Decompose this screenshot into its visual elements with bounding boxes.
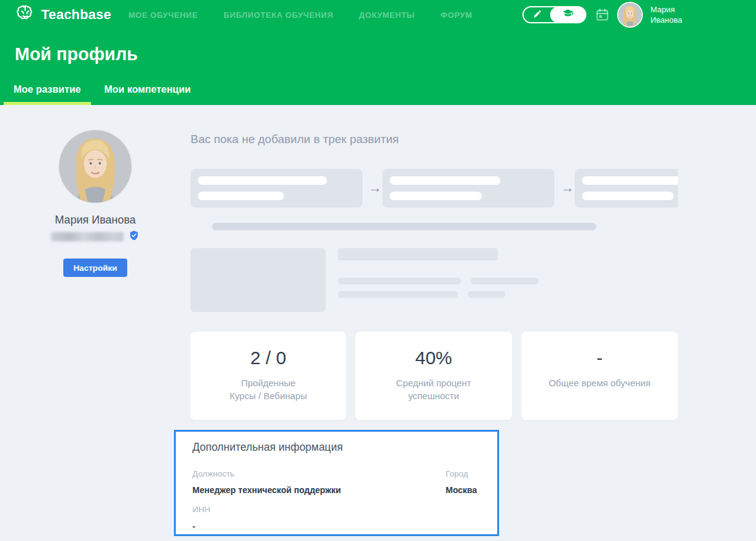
skeleton-bar (338, 291, 458, 298)
verified-shield-icon (128, 230, 140, 244)
stat-value: - (597, 348, 603, 368)
skeleton-bar (582, 192, 674, 200)
arrow-right-icon: → (561, 179, 574, 197)
brand-logo[interactable]: Teachbase (15, 3, 111, 26)
skeleton-bar (468, 291, 505, 298)
profile-name: Мария Иванова (55, 214, 136, 227)
field-label-position: Должность (192, 469, 234, 478)
user-first-name: Мария (650, 4, 682, 15)
additional-info-section: Дополнительная информация Должность Мене… (174, 430, 499, 536)
field-value-position: Менеджер технической поддержки (192, 485, 341, 495)
nav-forum[interactable]: ФОРУМ (441, 10, 473, 20)
profile-photo (59, 130, 132, 203)
track-skeleton-row: → → (191, 169, 678, 208)
profile-email-row (51, 232, 140, 241)
settings-button[interactable]: Настройки (63, 259, 127, 277)
calendar-icon[interactable] (595, 7, 610, 22)
header: Teachbase МОЕ ОБУЧЕНИЕ БИБЛИОТЕКА ОБУЧЕН… (0, 0, 756, 105)
stat-label: Пройденные Курсы / Вебинары (229, 376, 307, 402)
skeleton-bar (582, 176, 678, 185)
skeleton-card (191, 169, 363, 208)
profile-sidebar: Мария Иванова Настройки (0, 105, 191, 277)
stat-card-courses: 2 / 0 Пройденные Курсы / Вебинары (191, 332, 346, 420)
tab-my-development[interactable]: Мое развитие (4, 84, 91, 105)
stat-value: 2 / 0 (250, 348, 286, 368)
skeleton-bar (338, 278, 461, 284)
skeleton-bar (471, 278, 538, 284)
user-name[interactable]: Мария Иванова (650, 4, 682, 25)
field-label-inn: ИНН (192, 505, 210, 514)
pencil-icon (533, 9, 542, 21)
avatar[interactable] (618, 3, 642, 26)
stat-card-total-time: - Общее время обучения (521, 332, 678, 420)
email-blurred-text (51, 232, 124, 241)
user-last-name: Иванова (650, 15, 682, 25)
mode-toggle[interactable] (522, 6, 586, 23)
brand-name: Teachbase (41, 7, 111, 23)
skeleton-bar (338, 248, 498, 260)
track-progress-skeleton (212, 223, 596, 230)
stat-label: Общее время обучения (549, 376, 651, 389)
skeleton-bar (198, 176, 327, 185)
arrow-right-icon: → (369, 179, 382, 197)
topbar: Teachbase МОЕ ОБУЧЕНИЕ БИБЛИОТЕКА ОБУЧЕН… (0, 0, 756, 29)
field-label-city: Город (446, 469, 468, 478)
additional-info-title: Дополнительная информация (192, 441, 343, 454)
tab-my-competencies[interactable]: Мои компетенции (95, 84, 201, 105)
skeleton-card (575, 169, 678, 208)
field-value-city: Москва (446, 485, 477, 495)
field-value-inn: - (192, 521, 195, 531)
nav-my-learning[interactable]: МОЕ ОБУЧЕНИЕ (128, 10, 198, 20)
skeleton-thumbnail (191, 248, 326, 312)
edit-mode-segment[interactable] (524, 7, 551, 22)
skeleton-bar (198, 192, 284, 200)
skeleton-bar (390, 176, 500, 185)
stat-card-success-rate: 40% Средний процент успешности (355, 332, 512, 420)
stat-label: Средний процент успешности (396, 376, 471, 402)
track-empty-message: Вас пока не добавили в трек развития (191, 133, 399, 146)
stat-value: 40% (415, 348, 452, 368)
learn-mode-segment[interactable] (550, 7, 586, 23)
skeleton-card (382, 169, 554, 208)
nav-learning-library[interactable]: БИБЛИОТЕКА ОБУЧЕНИЯ (224, 10, 333, 20)
topbar-right: Мария Иванова (522, 3, 756, 26)
tabs: Мое развитие Мои компетенции (4, 84, 200, 105)
page-title: Мой профиль (15, 44, 138, 64)
main-nav: МОЕ ОБУЧЕНИЕ БИБЛИОТЕКА ОБУЧЕНИЯ ДОКУМЕН… (128, 10, 473, 20)
brain-logo-icon (15, 3, 36, 26)
skeleton-bar (390, 192, 482, 200)
nav-documents[interactable]: ДОКУМЕНТЫ (359, 10, 415, 20)
graduation-cap-icon (562, 8, 573, 21)
app-window: Teachbase МОЕ ОБУЧЕНИЕ БИБЛИОТЕКА ОБУЧЕН… (0, 0, 756, 541)
